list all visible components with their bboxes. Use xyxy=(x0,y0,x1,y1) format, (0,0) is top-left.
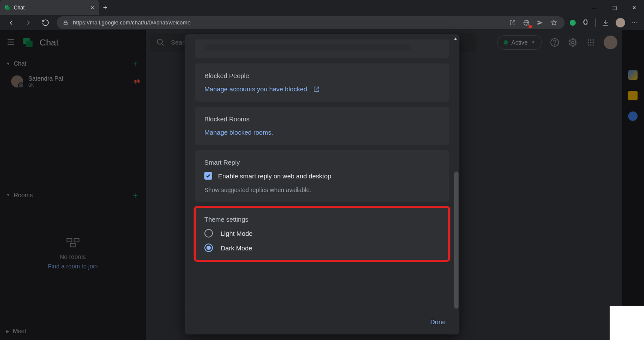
contact-preview: ok xyxy=(28,82,63,88)
tracker-icon[interactable] xyxy=(522,18,531,27)
svg-point-11 xyxy=(554,44,555,45)
apps-grid-button[interactable] xyxy=(586,37,596,48)
svg-point-13 xyxy=(588,39,589,40)
blocked-rooms-card: Blocked Rooms Manage blocked rooms. xyxy=(195,107,449,145)
settings-card-partial xyxy=(195,39,449,58)
manage-blocked-people-link[interactable]: Manage accounts you have blocked. xyxy=(204,85,319,93)
theme-settings-card: Theme settings Light Mode Dark Mode xyxy=(195,207,449,261)
card-title: Smart Reply xyxy=(204,159,440,166)
extension-indicator[interactable] xyxy=(570,20,576,26)
rooms-empty-state: No rooms Find a room to join xyxy=(0,204,146,278)
section-label: Rooms xyxy=(14,192,33,199)
svg-point-19 xyxy=(588,44,589,45)
blocked-people-card: Blocked People Manage accounts you have … xyxy=(195,63,449,102)
account-avatar[interactable] xyxy=(604,36,617,49)
open-external-icon xyxy=(313,86,319,92)
downloads-icon[interactable] xyxy=(602,19,610,27)
url-text: https://mail.google.com/chat/u/0/#chat/w… xyxy=(73,19,504,26)
help-button[interactable] xyxy=(550,37,560,48)
dialog-footer: Done xyxy=(185,309,459,334)
radio-label: Dark Mode xyxy=(221,244,252,252)
chevron-down-icon: ▼ xyxy=(531,40,535,45)
svg-rect-7 xyxy=(74,238,79,242)
window-close-button[interactable]: ✕ xyxy=(624,0,644,15)
settings-button[interactable] xyxy=(568,37,578,48)
pin-icon[interactable]: 📌 xyxy=(131,77,141,87)
main-menu-button[interactable] xyxy=(6,37,16,48)
calendar-icon[interactable] xyxy=(628,70,638,80)
svg-point-14 xyxy=(590,39,591,40)
svg-point-16 xyxy=(588,42,589,43)
svg-rect-1 xyxy=(6,6,10,10)
theme-light-radio[interactable] xyxy=(204,229,213,238)
add-chat-button[interactable]: ＋ xyxy=(131,59,140,68)
sidebar: Chat ▼ Chat ＋ Satendra Pal ok 📌 ▼ Rooms xyxy=(0,30,146,340)
extensions-icon[interactable] xyxy=(582,19,589,27)
status-label: Active xyxy=(511,39,528,46)
find-room-link[interactable]: Find a room to join xyxy=(4,263,141,270)
chat-list-item[interactable]: Satendra Pal ok 📌 xyxy=(0,72,146,91)
svg-point-9 xyxy=(158,39,163,44)
side-panel xyxy=(622,30,644,340)
section-label: Chat xyxy=(14,60,27,67)
svg-rect-6 xyxy=(67,238,71,242)
browser-address-bar: https://mail.google.com/chat/u/0/#chat/w… xyxy=(0,15,644,30)
chevron-right-icon: ▶ xyxy=(6,329,9,334)
browser-tab[interactable]: Chat ✕ xyxy=(0,0,99,15)
scroll-up-icon[interactable]: ▲ xyxy=(453,36,458,41)
status-dot-icon xyxy=(504,40,508,45)
smart-reply-card: Smart Reply Enable smart reply on web an… xyxy=(195,150,449,202)
checkbox-label: Enable smart reply on web and desktop xyxy=(218,172,331,180)
chat-logo-icon xyxy=(22,37,33,48)
sidebar-section-rooms[interactable]: ▼ Rooms ＋ xyxy=(0,186,146,204)
send-icon[interactable] xyxy=(535,18,545,27)
address-input[interactable]: https://mail.google.com/chat/u/0/#chat/w… xyxy=(57,16,565,29)
favorite-icon[interactable] xyxy=(549,18,559,27)
svg-point-18 xyxy=(592,42,594,43)
tab-close-icon[interactable]: ✕ xyxy=(90,5,94,11)
nav-forward-button[interactable] xyxy=(22,17,34,29)
rooms-empty-title: No rooms xyxy=(4,253,141,260)
window-maximize-button[interactable]: ▢ xyxy=(605,0,624,15)
browser-menu-icon[interactable]: ⋯ xyxy=(631,18,639,27)
tab-title: Chat xyxy=(14,5,24,11)
window-minimize-button[interactable]: — xyxy=(585,0,605,15)
avatar xyxy=(11,75,23,87)
contact-name: Satendra Pal xyxy=(28,75,63,82)
svg-rect-8 xyxy=(70,244,75,247)
card-description: Show suggested replies when available. xyxy=(204,187,440,193)
keep-icon[interactable] xyxy=(628,91,638,100)
card-title: Blocked Rooms xyxy=(204,115,440,123)
settings-dialog: ▲ Blocked People Manage accounts you hav… xyxy=(185,34,459,334)
nav-back-button[interactable] xyxy=(5,17,17,29)
manage-blocked-rooms-link[interactable]: Manage blocked rooms. xyxy=(204,129,273,136)
overlay-box xyxy=(610,306,644,340)
open-external-icon[interactable] xyxy=(508,18,517,27)
new-tab-button[interactable]: ＋ xyxy=(99,0,112,15)
chevron-down-icon: ▼ xyxy=(6,61,10,66)
add-room-button[interactable]: ＋ xyxy=(131,191,140,199)
status-selector[interactable]: Active ▼ xyxy=(497,35,542,50)
smart-reply-checkbox[interactable] xyxy=(204,172,212,180)
section-label: Meet xyxy=(13,328,26,334)
scrollbar-thumb[interactable] xyxy=(454,172,459,309)
nav-refresh-button[interactable] xyxy=(39,17,52,29)
sidebar-section-meet[interactable]: ▶ Meet xyxy=(0,322,146,340)
separator xyxy=(595,18,596,27)
svg-point-12 xyxy=(571,41,574,44)
card-title: Blocked People xyxy=(204,72,440,79)
browser-profile-avatar[interactable] xyxy=(616,18,625,27)
svg-point-17 xyxy=(590,42,591,43)
svg-point-20 xyxy=(590,44,591,45)
placeholder-bar xyxy=(204,44,411,51)
tasks-icon[interactable] xyxy=(628,111,638,121)
svg-point-15 xyxy=(592,39,594,40)
done-button[interactable]: Done xyxy=(430,318,446,325)
chevron-down-icon: ▼ xyxy=(6,193,10,197)
theme-dark-radio[interactable] xyxy=(204,244,213,252)
card-title: Theme settings xyxy=(204,216,440,223)
sidebar-section-chat[interactable]: ▼ Chat ＋ xyxy=(0,54,146,72)
lock-icon xyxy=(63,20,69,26)
svg-rect-2 xyxy=(64,22,67,24)
app-title: Chat xyxy=(39,37,58,48)
